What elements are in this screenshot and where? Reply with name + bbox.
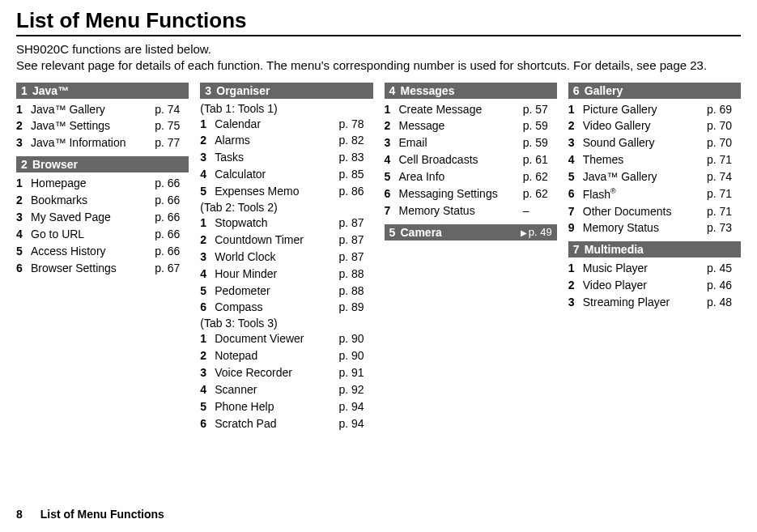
item-num: 1 bbox=[200, 215, 215, 231]
section-page-ref: ▶p. 49 bbox=[521, 226, 552, 238]
item-num: 4 bbox=[385, 152, 399, 168]
section-messages-items: 1Create Messagep. 572Messagep. 593Emailp… bbox=[385, 101, 557, 219]
item-page: p. 46 bbox=[707, 278, 741, 293]
item-num: 1 bbox=[200, 117, 215, 132]
list-item: 6Browser Settingsp. 67 bbox=[16, 260, 189, 277]
section-gallery-items: 1Picture Galleryp. 692Video Galleryp. 70… bbox=[568, 101, 741, 237]
item-label: Video Player bbox=[583, 278, 707, 293]
section-num: 2 bbox=[21, 158, 32, 171]
item-label: Video Gallery bbox=[583, 118, 707, 134]
section-title: Browser bbox=[32, 158, 78, 171]
item-label: Themes bbox=[583, 152, 707, 168]
item-page: p. 90 bbox=[339, 331, 373, 347]
item-label: Music Player bbox=[583, 261, 707, 276]
list-item: 1Calendarp. 78 bbox=[200, 116, 372, 133]
section-header-messages: 4 Messages bbox=[385, 83, 557, 99]
item-num: 2 bbox=[200, 232, 215, 248]
item-label: Access History bbox=[31, 244, 155, 259]
arrow-icon: ▶ bbox=[521, 228, 527, 237]
section-header-camera: 5 Camera ▶p. 49 bbox=[385, 224, 557, 240]
item-page: p. 86 bbox=[339, 184, 373, 199]
item-page: p. 88 bbox=[339, 283, 373, 299]
item-label: Calculator bbox=[215, 167, 338, 182]
section-title: Camera bbox=[401, 226, 442, 239]
column-3: 4 Messages 1Create Messagep. 572Messagep… bbox=[385, 83, 557, 432]
item-num: 5 bbox=[385, 169, 399, 185]
organiser-tab1-items: 1Calendarp. 782Alarmsp. 823Tasksp. 834Ca… bbox=[200, 116, 372, 200]
item-label: Document Viewer bbox=[215, 331, 338, 347]
list-item: 5Access Historyp. 66 bbox=[16, 243, 189, 260]
list-item: 6Flash®p. 71 bbox=[568, 185, 741, 203]
item-page: p. 66 bbox=[155, 210, 189, 225]
item-num: 6 bbox=[16, 261, 31, 276]
item-num: 3 bbox=[568, 135, 583, 151]
item-num: 3 bbox=[200, 249, 215, 265]
list-item: 1Create Messagep. 57 bbox=[385, 101, 557, 118]
item-page: p. 92 bbox=[339, 382, 373, 398]
item-page: p. 74 bbox=[155, 102, 189, 117]
section-num: 4 bbox=[389, 84, 401, 97]
item-page: p. 77 bbox=[155, 135, 189, 151]
list-item: 4Themesp. 71 bbox=[568, 151, 741, 168]
section-title: Java™ bbox=[32, 84, 69, 97]
item-label: Email bbox=[399, 135, 523, 151]
item-page: p. 90 bbox=[339, 348, 373, 364]
item-num: 4 bbox=[16, 227, 31, 242]
item-num: 1 bbox=[385, 102, 399, 117]
item-num: 5 bbox=[16, 244, 31, 259]
item-label: Message bbox=[399, 118, 523, 134]
item-label: Notepad bbox=[215, 348, 338, 364]
page-footer: 8 List of Menu Functions bbox=[16, 508, 164, 521]
list-item: 1Music Playerp. 45 bbox=[568, 260, 741, 277]
camera-page: p. 49 bbox=[529, 226, 552, 238]
item-num: 5 bbox=[568, 169, 583, 185]
item-label: Browser Settings bbox=[31, 261, 155, 276]
item-num: 2 bbox=[200, 348, 215, 364]
item-num: 3 bbox=[200, 365, 215, 381]
list-item: 1Java™ Galleryp. 74 bbox=[16, 101, 189, 118]
item-num: 6 bbox=[385, 186, 399, 202]
item-label: Messaging Settings bbox=[399, 186, 523, 202]
organiser-tab2-items: 1Stopwatchp. 872Countdown Timerp. 873Wor… bbox=[200, 215, 372, 316]
item-page: p. 94 bbox=[339, 416, 373, 432]
item-num: 7 bbox=[568, 204, 583, 219]
list-item: 3Sound Galleryp. 70 bbox=[568, 134, 741, 151]
item-label: My Saved Page bbox=[31, 210, 155, 225]
item-label: Calendar bbox=[215, 117, 338, 132]
list-item: 3World Clockp. 87 bbox=[200, 249, 372, 266]
footer-page-number: 8 bbox=[16, 508, 23, 521]
item-num: 3 bbox=[16, 135, 31, 151]
section-num: 5 bbox=[389, 226, 401, 239]
list-item: 5Phone Helpp. 94 bbox=[200, 398, 372, 415]
tab-label-3: (Tab 3: Tools 3) bbox=[200, 316, 372, 330]
list-item: 6Scratch Padp. 94 bbox=[200, 415, 372, 432]
item-num: 3 bbox=[200, 150, 215, 165]
item-page: p. 91 bbox=[339, 365, 373, 381]
list-item: 9Memory Statusp. 73 bbox=[568, 219, 741, 236]
item-page: p. 66 bbox=[155, 227, 189, 242]
list-item: 6Compassp. 89 bbox=[200, 299, 372, 316]
item-label: Bookmarks bbox=[31, 193, 155, 208]
item-label: Countdown Timer bbox=[215, 232, 338, 248]
item-label: Flash® bbox=[583, 186, 707, 202]
item-page: p. 83 bbox=[339, 150, 373, 165]
list-item: 3My Saved Pagep. 66 bbox=[16, 209, 189, 226]
item-label: Hour Minder bbox=[215, 266, 338, 282]
item-page: p. 59 bbox=[523, 135, 557, 151]
section-title: Gallery bbox=[585, 84, 623, 97]
item-page: p. 67 bbox=[155, 261, 189, 276]
item-num: 5 bbox=[200, 399, 215, 415]
section-title: Multimedia bbox=[585, 243, 644, 256]
item-num: 2 bbox=[568, 278, 583, 293]
item-label: Expenses Memo bbox=[215, 184, 338, 199]
menu-columns: 1 Java™ 1Java™ Galleryp. 742Java™ Settin… bbox=[16, 83, 741, 432]
item-num: 4 bbox=[200, 382, 215, 398]
item-label: Homepage bbox=[31, 176, 155, 191]
list-item: 2Messagep. 59 bbox=[385, 117, 557, 134]
item-label: Cell Broadcasts bbox=[399, 152, 523, 168]
item-num: 4 bbox=[568, 152, 583, 168]
item-page: p. 62 bbox=[523, 186, 557, 202]
list-item: 2Video Playerp. 46 bbox=[568, 277, 741, 294]
item-page: p. 48 bbox=[707, 295, 741, 310]
item-page: p. 73 bbox=[707, 220, 741, 236]
